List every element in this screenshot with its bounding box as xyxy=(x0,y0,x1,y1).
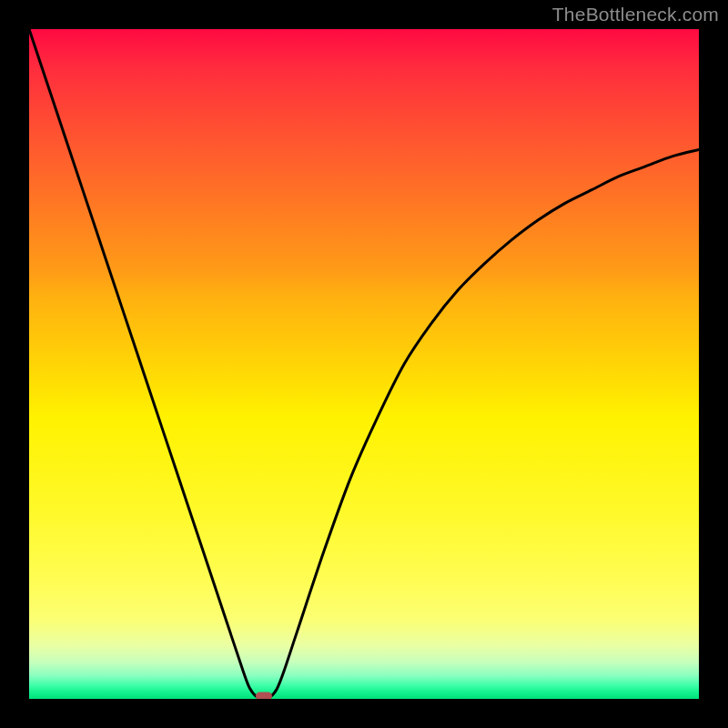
chart-frame: TheBottleneck.com xyxy=(0,0,728,728)
bottleneck-curve xyxy=(29,29,699,698)
plot-area xyxy=(29,29,699,699)
minimum-marker xyxy=(256,693,272,699)
curve-svg xyxy=(29,29,699,699)
watermark-text: TheBottleneck.com xyxy=(552,4,719,25)
